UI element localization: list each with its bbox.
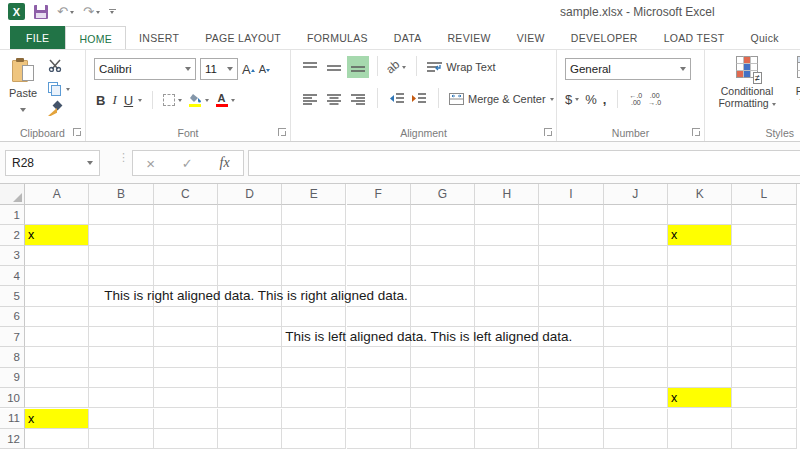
cell-H10[interactable] (475, 388, 539, 408)
name-box[interactable]: R28 (5, 150, 100, 176)
cell-J12[interactable] (604, 429, 668, 449)
tab-page-layout[interactable]: PAGE LAYOUT (192, 26, 294, 49)
cell-D4[interactable] (218, 266, 282, 286)
cell-D12[interactable] (218, 429, 282, 449)
cell-K7[interactable] (668, 327, 732, 347)
tab-home[interactable]: HOME (65, 26, 126, 50)
cell-J2[interactable] (604, 225, 668, 245)
cell-J8[interactable] (604, 347, 668, 367)
orientation-button[interactable]: ab (386, 60, 406, 74)
column-header-K[interactable]: K (668, 184, 732, 205)
font-color-button[interactable]: A (216, 93, 235, 107)
cell-L9[interactable] (732, 368, 796, 388)
format-painter-icon[interactable] (48, 102, 62, 116)
cell-K4[interactable] (668, 266, 732, 286)
cell-J11[interactable] (604, 409, 668, 429)
cell-B6[interactable] (89, 307, 153, 327)
cell-D7[interactable] (218, 327, 282, 347)
tab-view[interactable]: VIEW (504, 26, 558, 49)
select-all-button[interactable] (0, 184, 25, 205)
redo-icon[interactable]: ↷ (83, 5, 100, 19)
row-header-2[interactable]: 2 (0, 225, 25, 245)
format-as-table-button[interactable]: Form Tab (783, 56, 800, 109)
cell-H8[interactable] (475, 347, 539, 367)
cell-G8[interactable] (411, 347, 475, 367)
cell-B11[interactable] (89, 409, 153, 429)
cell-J7[interactable] (604, 327, 668, 347)
cell-E9[interactable] (282, 368, 346, 388)
clipboard-dialog-launcher-icon[interactable] (73, 128, 81, 136)
cell-J9[interactable] (604, 368, 668, 388)
align-center-button[interactable] (323, 88, 345, 110)
cell-A7[interactable] (25, 327, 89, 347)
tab-data[interactable]: DATA (381, 26, 435, 49)
cell-G6[interactable] (411, 307, 475, 327)
cell-E2[interactable] (282, 225, 346, 245)
column-header-C[interactable]: C (154, 184, 218, 205)
cancel-icon[interactable]: × (146, 155, 155, 172)
enter-icon[interactable]: ✓ (182, 156, 193, 171)
formula-input[interactable] (248, 150, 800, 176)
paste-button[interactable]: Paste (6, 58, 40, 117)
number-format-select[interactable]: General (565, 58, 691, 80)
cell-K6[interactable] (668, 307, 732, 327)
cell-H12[interactable] (475, 429, 539, 449)
cell-C8[interactable] (154, 347, 218, 367)
cell-C2[interactable] (154, 225, 218, 245)
cell-E6[interactable] (282, 307, 346, 327)
cell-H9[interactable] (475, 368, 539, 388)
cell-H5[interactable] (475, 286, 539, 306)
cell-I11[interactable] (539, 409, 603, 429)
row-header-12[interactable]: 12 (0, 429, 25, 449)
cell-J4[interactable] (604, 266, 668, 286)
cell-A10[interactable] (25, 388, 89, 408)
column-header-F[interactable]: F (347, 184, 411, 205)
cell-H3[interactable] (475, 246, 539, 266)
decrease-font-size-button[interactable]: A (259, 63, 270, 75)
align-middle-button[interactable] (323, 56, 345, 78)
cell-A3[interactable] (25, 246, 89, 266)
cell-K3[interactable] (668, 246, 732, 266)
row-header-3[interactable]: 3 (0, 246, 25, 266)
cell-J5[interactable] (604, 286, 668, 306)
cell-J3[interactable] (604, 246, 668, 266)
cell-D10[interactable] (218, 388, 282, 408)
cell-A6[interactable] (25, 307, 89, 327)
row-header-4[interactable]: 4 (0, 266, 25, 286)
cell-H4[interactable] (475, 266, 539, 286)
column-header-B[interactable]: B (89, 184, 153, 205)
cell-K9[interactable] (668, 368, 732, 388)
row-header-10[interactable]: 10 (0, 388, 25, 408)
cell-D2[interactable] (218, 225, 282, 245)
font-size-select[interactable]: 11 (200, 58, 238, 80)
cell-G12[interactable] (411, 429, 475, 449)
tab-insert[interactable]: INSERT (126, 26, 192, 49)
cell-I8[interactable] (539, 347, 603, 367)
cell-L12[interactable] (732, 429, 796, 449)
cell-A4[interactable] (25, 266, 89, 286)
row-header-1[interactable]: 1 (0, 205, 25, 225)
cell-G11[interactable] (411, 409, 475, 429)
cell-G1[interactable] (411, 205, 475, 225)
cut-icon[interactable] (48, 58, 62, 76)
cell-L1[interactable] (732, 205, 796, 225)
cell-B8[interactable] (89, 347, 153, 367)
cell-G3[interactable] (411, 246, 475, 266)
cell-F4[interactable] (347, 266, 411, 286)
column-header-E[interactable]: E (282, 184, 346, 205)
tab-developer[interactable]: DEVELOPER (558, 26, 651, 49)
cell-G2[interactable] (411, 225, 475, 245)
cell-C10[interactable] (154, 388, 218, 408)
cell-F1[interactable] (347, 205, 411, 225)
cell-E11[interactable] (282, 409, 346, 429)
highlighted-cell-A11[interactable]: x (25, 409, 89, 429)
excel-logo-icon[interactable]: X (8, 3, 25, 20)
cell-E8[interactable] (282, 347, 346, 367)
cell-I4[interactable] (539, 266, 603, 286)
borders-button[interactable] (163, 94, 182, 106)
alignment-dialog-launcher-icon[interactable] (544, 128, 552, 136)
cell-I12[interactable] (539, 429, 603, 449)
cell-I9[interactable] (539, 368, 603, 388)
comma-style-button[interactable]: , (603, 92, 607, 107)
number-dialog-launcher-icon[interactable] (692, 128, 700, 136)
